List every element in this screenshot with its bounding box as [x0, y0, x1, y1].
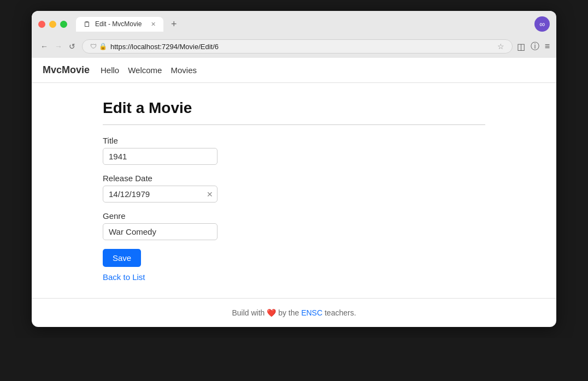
page-footer: Build with ❤️ by the ENSC teachers. [32, 298, 556, 327]
tab-favicon-icon: 🗒 [84, 20, 91, 28]
title-label: Title [103, 136, 485, 145]
close-button[interactable] [38, 21, 45, 28]
back-to-list-link[interactable]: Back to List [103, 272, 485, 282]
footer-text-after: teachers. [325, 308, 356, 317]
release-date-label: Release Date [103, 174, 485, 183]
nav-link-hello[interactable]: Hello [101, 66, 119, 75]
footer-text-middle: by the [278, 308, 299, 317]
footer-text-before: Build with [232, 308, 264, 317]
address-bar: ← → ↺ 🛡 🔒 https://localhost:7294/Movie/E… [32, 36, 556, 58]
traffic-lights [38, 21, 67, 28]
reader-icon[interactable]: ⓘ [531, 41, 539, 52]
browser-toolbar-icons: ◫ ⓘ ≡ [517, 41, 550, 52]
nav-buttons: ← → ↺ [38, 41, 78, 52]
heart-icon: ❤️ [267, 308, 278, 317]
date-input-wrapper: ✕ [103, 186, 217, 203]
page-content: MvcMovie Hello Welcome Movies Edit a Mov… [32, 58, 556, 298]
genre-input[interactable] [103, 223, 217, 240]
back-nav-button[interactable]: ← [38, 41, 50, 52]
title-bar: 🗒 Edit - MvcMovie ✕ + ∞ [32, 11, 556, 36]
title-field-group: Title [103, 136, 485, 165]
shield-icon: 🛡 [90, 43, 97, 50]
footer-ensc-link[interactable]: ENSC [301, 308, 322, 317]
release-date-input[interactable] [103, 186, 217, 203]
browser-profile-area: ∞ [534, 16, 550, 32]
tab-title: Edit - MvcMovie [95, 20, 142, 28]
refresh-nav-button[interactable]: ↺ [67, 41, 78, 52]
title-input[interactable] [103, 148, 217, 165]
lock-icon: 🔒 [99, 43, 107, 50]
form-divider [103, 124, 485, 125]
url-bar[interactable]: 🛡 🔒 https://localhost:7294/Movie/Edit/6 … [82, 39, 513, 53]
site-nav-links: Hello Welcome Movies [101, 66, 197, 75]
tab-bar: 🗒 Edit - MvcMovie ✕ + ∞ [76, 16, 550, 32]
form-container: Edit a Movie Title Release Date ✕ Genre … [32, 83, 556, 298]
date-clear-button[interactable]: ✕ [207, 190, 213, 198]
save-button[interactable]: Save [103, 249, 141, 267]
genre-label: Genre [103, 211, 485, 221]
profile-icon[interactable]: ∞ [534, 16, 550, 32]
minimize-button[interactable] [49, 21, 56, 28]
nav-link-movies[interactable]: Movies [170, 66, 197, 75]
genre-field-group: Genre [103, 211, 485, 240]
site-nav: MvcMovie Hello Welcome Movies [32, 58, 556, 83]
menu-icon[interactable]: ≡ [545, 41, 550, 51]
release-date-field-group: Release Date ✕ [103, 174, 485, 203]
url-security-icons: 🛡 🔒 [90, 43, 107, 50]
active-tab[interactable]: 🗒 Edit - MvcMovie ✕ [76, 17, 163, 32]
nav-link-welcome[interactable]: Welcome [128, 66, 162, 75]
url-text: https://localhost:7294/Movie/Edit/6 [110, 43, 494, 51]
tab-close-icon[interactable]: ✕ [151, 21, 156, 27]
forward-nav-button: → [52, 41, 64, 52]
bookmark-icon[interactable]: ☆ [497, 42, 504, 51]
maximize-button[interactable] [60, 21, 67, 28]
page-title: Edit a Movie [103, 99, 485, 117]
new-tab-button[interactable]: + [168, 17, 180, 31]
site-brand[interactable]: MvcMovie [43, 64, 90, 76]
browser-window: 🗒 Edit - MvcMovie ✕ + ∞ ← → ↺ 🛡 🔒 https:… [32, 11, 556, 327]
pocket-icon[interactable]: ◫ [517, 41, 525, 52]
